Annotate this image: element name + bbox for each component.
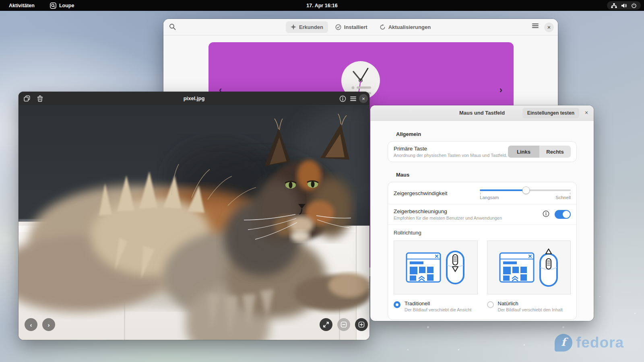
copy-icon[interactable]	[23, 94, 31, 103]
power-icon	[631, 3, 637, 8]
zoom-in-icon[interactable]	[355, 318, 368, 331]
acceleration-title: Zeigerbeschleunigung	[394, 208, 543, 214]
tab-installiert[interactable]: Installiert	[330, 21, 372, 33]
slider-tick-max	[570, 193, 570, 194]
hamburger-menu-icon[interactable]	[532, 23, 541, 30]
clock[interactable]: 17. Apr 16:16	[306, 3, 337, 8]
search-icon[interactable]	[169, 23, 176, 32]
acceleration-row: Zeigerbeschleunigung Empfohlen für die m…	[388, 204, 576, 224]
slider-max-label: Schnell	[555, 195, 571, 200]
scroll-option-traditional-illustration[interactable]	[394, 241, 478, 294]
section-heading-general: Allgemein	[396, 131, 576, 137]
settings-headerbar: Maus und Tastfeld Einstellungen testen ×	[370, 105, 594, 121]
pointer-speed-slider[interactable]	[480, 186, 571, 194]
loupe-window: pixel.jpg ×	[19, 92, 369, 340]
test-settings-button[interactable]: Einstellungen testen	[522, 108, 579, 118]
radio-icon-unselected[interactable]	[487, 301, 494, 308]
scroll-direction-row: Rollrichtung	[388, 224, 576, 319]
acceleration-toggle[interactable]	[555, 210, 571, 219]
fedora-logo-text: fedora	[576, 334, 624, 351]
acceleration-subtitle: Empfohlen für die meisten Benutzer und A…	[394, 216, 543, 220]
installed-check-icon	[335, 24, 341, 30]
page-title: Maus und Tastfeld	[459, 110, 505, 116]
primary-button-title: Primäre Taste	[394, 146, 508, 152]
network-wired-icon	[611, 3, 617, 8]
fullscreen-icon[interactable]	[320, 318, 332, 331]
next-image-button[interactable]: ›	[42, 318, 55, 331]
carousel-next-icon[interactable]: ›	[500, 85, 502, 95]
mouse-card: Zeigergeschwindigkeit Langsam Schnel	[388, 182, 577, 320]
trash-icon[interactable]	[35, 94, 44, 103]
loupe-headerbar: pixel.jpg ×	[19, 92, 369, 105]
slider-tick-min	[480, 193, 481, 194]
image-viewport[interactable]: ‹ ›	[19, 105, 369, 340]
explore-sparkle-icon	[291, 24, 296, 30]
system-tray[interactable]	[607, 1, 641, 10]
loupe-app-icon	[50, 2, 56, 9]
previous-image-button[interactable]: ‹	[25, 318, 37, 331]
pointer-speed-title: Zeigergeschwindigkeit	[394, 190, 480, 196]
natural-label: Natürlich	[498, 300, 563, 306]
image-title: pixel.jpg	[184, 95, 205, 101]
close-icon[interactable]: ×	[544, 23, 554, 32]
fedora-logo-icon: f	[555, 334, 572, 352]
desktop-wallpaper: Erkunden Installiert Aktualisierungen ×	[0, 0, 644, 362]
segment-rechts[interactable]: Rechts	[539, 146, 571, 158]
primary-button-subtitle: Anordnung der physischen Tasten von Maus…	[394, 153, 508, 158]
hamburger-menu-icon[interactable]	[349, 94, 357, 103]
software-view-switcher: Erkunden Installiert Aktualisierungen	[286, 21, 436, 33]
settings-content: Allgemein Primäre Taste Anordnung der ph…	[370, 121, 594, 320]
close-icon[interactable]: ×	[359, 94, 368, 103]
software-headerbar: Erkunden Installiert Aktualisierungen ×	[163, 19, 558, 35]
top-bar: Aktivitäten Loupe 17. Apr 16:16	[0, 0, 644, 11]
traditional-subtitle: Der Bildlauf verschiebt die Ansicht	[405, 307, 471, 312]
close-icon[interactable]: ×	[582, 109, 590, 117]
scroll-direction-heading: Rollrichtung	[394, 230, 571, 236]
info-icon[interactable]	[543, 210, 549, 218]
slider-handle[interactable]	[522, 187, 530, 194]
traditional-label: Traditionell	[405, 300, 471, 306]
tab-erkunden[interactable]: Erkunden	[286, 21, 328, 33]
primary-button-row: Primäre Taste Anordnung der physischen T…	[388, 142, 576, 162]
segment-links[interactable]: Links	[508, 146, 539, 158]
radio-option-natural[interactable]: Natürlich Der Bildlauf verschiebt den In…	[487, 300, 571, 312]
natural-subtitle: Der Bildlauf verschiebt den Inhalt	[498, 307, 563, 312]
fedora-watermark: f fedora	[555, 334, 624, 352]
tab-aktualisierungen[interactable]: Aktualisierungen	[375, 21, 436, 33]
pointer-speed-row: Zeigergeschwindigkeit Langsam Schnel	[388, 182, 576, 204]
zoom-out-icon[interactable]	[337, 318, 350, 331]
radio-icon-selected[interactable]	[394, 301, 400, 308]
focused-app-menu[interactable]: Loupe	[50, 2, 74, 9]
activities-button[interactable]: Aktivitäten	[6, 2, 38, 9]
updates-refresh-icon	[380, 24, 386, 30]
radio-option-traditional[interactable]: Traditionell Der Bildlauf verschiebt die…	[394, 300, 478, 312]
slider-fill	[480, 189, 526, 191]
general-card: Primäre Taste Anordnung der physischen T…	[388, 141, 577, 162]
cat-photo	[19, 105, 369, 340]
volume-icon	[621, 3, 627, 8]
section-heading-mouse: Maus	[396, 172, 576, 178]
scroll-option-natural-illustration[interactable]	[487, 241, 571, 294]
info-icon[interactable]	[338, 94, 347, 103]
slider-min-label: Langsam	[480, 195, 499, 200]
primary-button-segmented: Links Rechts	[508, 146, 571, 158]
settings-window: Maus und Tastfeld Einstellungen testen ×…	[370, 105, 594, 321]
